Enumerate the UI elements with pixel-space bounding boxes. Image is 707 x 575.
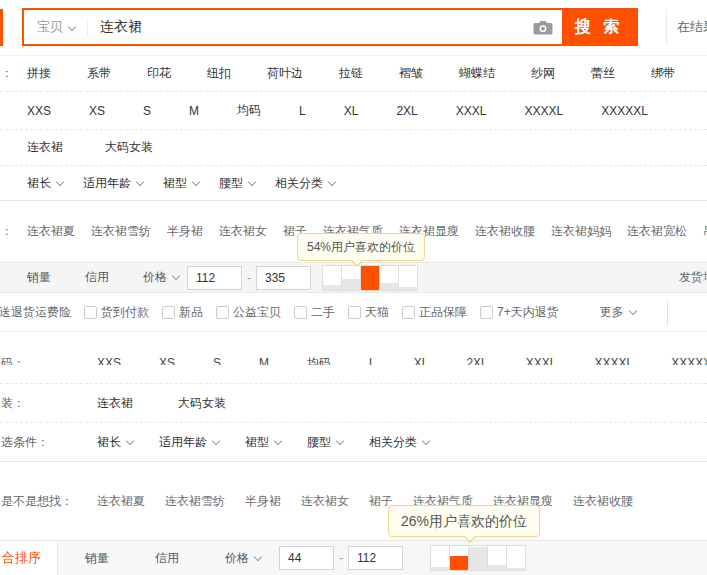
service-checkbox-item[interactable]: 7+天内退货 (480, 304, 559, 321)
price-histogram-cell[interactable] (449, 545, 469, 571)
price-histogram-cell[interactable] (487, 545, 507, 571)
size-filter-item[interactable]: M (189, 104, 199, 118)
size-filter-item[interactable]: 2XL (396, 104, 417, 118)
service-checkbox-item[interactable]: 货到付款 (84, 304, 149, 321)
style-filter-item[interactable]: 纱网 (531, 65, 555, 82)
category-filter-item[interactable]: 连衣裙 (27, 139, 63, 156)
size-filter-item[interactable]: XS (159, 356, 175, 365)
related-search-link[interactable]: 连衣裙女 (301, 493, 349, 510)
price-histogram-cell[interactable] (398, 265, 418, 291)
price-max-input[interactable] (348, 546, 403, 570)
checkbox[interactable] (216, 306, 229, 319)
checkbox[interactable] (480, 306, 493, 319)
size-filter-item[interactable]: XXS (27, 104, 51, 118)
related-search-link[interactable]: 连衣裙雪纺 (165, 493, 225, 510)
related-search-link[interactable]: 连衣裙收腰 (475, 223, 535, 240)
category-filter-item[interactable]: 连衣裙 (97, 395, 133, 412)
style-filter-item[interactable]: 拉链 (339, 65, 363, 82)
style-filter-item[interactable]: 荷叶边 (267, 65, 303, 82)
size-filter-item[interactable]: M (259, 356, 269, 365)
checkbox[interactable] (348, 306, 361, 319)
price-histogram-cell[interactable] (468, 545, 488, 571)
image-search-button[interactable] (524, 10, 562, 44)
search-button[interactable]: 搜 索 (562, 10, 636, 44)
filter-dropdown[interactable]: 腰型 (307, 434, 343, 451)
checkbox[interactable] (402, 306, 415, 319)
size-filter-item[interactable]: XXS (97, 356, 121, 365)
price-histogram-cell[interactable] (379, 265, 399, 291)
service-first-label[interactable]: 赠送退货运费险 (0, 304, 71, 321)
sort-by-sales[interactable]: 销量 (85, 550, 109, 567)
related-search-link[interactable]: 半身裙 (245, 493, 281, 510)
filter-dropdown[interactable]: 裙型 (245, 434, 281, 451)
related-search-link[interactable]: 连衣裙宽松 (627, 223, 687, 240)
filter-dropdown[interactable]: 裙型 (163, 175, 199, 192)
sort-tab-default-cut[interactable]: 合排序 (0, 541, 58, 575)
filter-dropdown[interactable]: 腰型 (219, 175, 255, 192)
price-max-input[interactable] (256, 266, 311, 290)
sort-by-sales[interactable]: 销量 (27, 269, 51, 286)
size-filter-item[interactable]: XXXXL (524, 104, 563, 118)
price-histogram-cell[interactable] (506, 545, 526, 571)
size-filter-item[interactable]: 均码 (237, 102, 261, 119)
price-min-input[interactable] (279, 546, 334, 570)
style-filter-item[interactable]: 印花 (147, 65, 171, 82)
checkbox[interactable] (162, 306, 175, 319)
size-filter-item[interactable]: XXXL (456, 104, 487, 118)
search-in-results-option[interactable]: 在结果中 (666, 10, 707, 44)
checkbox[interactable] (294, 306, 307, 319)
filter-dropdown[interactable]: 相关分类 (369, 434, 429, 451)
price-histogram-cell[interactable] (322, 265, 342, 291)
related-search-link[interactable]: 连衣裙收腰 (573, 493, 633, 510)
service-checkbox-item[interactable]: 新品 (162, 304, 203, 321)
size-filter-item[interactable]: S (143, 104, 151, 118)
more-filters[interactable]: 更多 (600, 304, 636, 321)
style-filter-item[interactable]: 蕾丝 (591, 65, 615, 82)
style-filter-item[interactable]: 系带 (87, 65, 111, 82)
filter-dropdown[interactable]: 相关分类 (275, 175, 335, 192)
style-filter-item[interactable]: 绑带 (651, 65, 675, 82)
size-filter-item[interactable]: XXXL (526, 356, 557, 365)
size-filter-item[interactable]: L (299, 104, 306, 118)
sort-by-price[interactable]: 价格 (225, 550, 261, 567)
service-checkbox-item[interactable]: 正品保障 (402, 304, 467, 321)
price-min-input[interactable] (187, 266, 242, 290)
size-filter-item[interactable]: S (213, 356, 221, 365)
related-search-link[interactable]: 连衣裙夏 (27, 223, 75, 240)
size-filter-item[interactable]: 2XL (466, 356, 487, 365)
size-filter-item[interactable]: XXXXXL (671, 356, 707, 365)
price-histogram-cell[interactable] (341, 265, 361, 291)
filter-dropdown[interactable]: 适用年龄 (159, 434, 219, 451)
filter-dropdown[interactable]: 裙长 (27, 175, 63, 192)
ship-from-filter[interactable]: 发货地 (679, 269, 707, 286)
size-filter-item[interactable]: XL (344, 104, 359, 118)
related-search-link[interactable]: 连衣裙夏 (97, 493, 145, 510)
style-filter-item[interactable]: 拼接 (27, 65, 51, 82)
size-filter-item[interactable]: XL (414, 356, 429, 365)
service-checkbox-item[interactable]: 天猫 (348, 304, 389, 321)
sort-by-credit[interactable]: 信用 (85, 269, 109, 286)
price-histogram-cell[interactable] (430, 545, 450, 571)
style-filter-item[interactable]: 褶皱 (399, 65, 423, 82)
related-search-link[interactable]: 连衣裙雪纺 (91, 223, 151, 240)
style-filter-item[interactable]: 纽扣 (207, 65, 231, 82)
size-filter-item[interactable]: L (369, 356, 376, 365)
filter-dropdown[interactable]: 适用年龄 (83, 175, 143, 192)
related-search-link[interactable]: 吊 (703, 223, 707, 240)
search-category-dropdown[interactable]: 宝贝 (24, 10, 88, 44)
category-filter-item[interactable]: 大码女装 (178, 395, 226, 412)
category-filter-item[interactable]: 大码女装 (105, 139, 153, 156)
size-filter-item[interactable]: XS (89, 104, 105, 118)
style-filter-item[interactable]: 蝴蝶结 (459, 65, 495, 82)
size-filter-item[interactable]: XXXXXL (601, 104, 648, 118)
price-histogram-cell[interactable] (360, 265, 380, 291)
related-search-link[interactable]: 半身裙 (167, 223, 203, 240)
service-checkbox-item[interactable]: 公益宝贝 (216, 304, 281, 321)
service-checkbox-item[interactable]: 二手 (294, 304, 335, 321)
checkbox[interactable] (84, 306, 97, 319)
sort-by-price[interactable]: 价格 (143, 269, 179, 286)
search-input[interactable] (88, 10, 524, 44)
related-search-link[interactable]: 连衣裙妈妈 (551, 223, 611, 240)
size-filter-item[interactable]: 均码 (307, 356, 331, 365)
filter-dropdown[interactable]: 裙长 (97, 434, 133, 451)
